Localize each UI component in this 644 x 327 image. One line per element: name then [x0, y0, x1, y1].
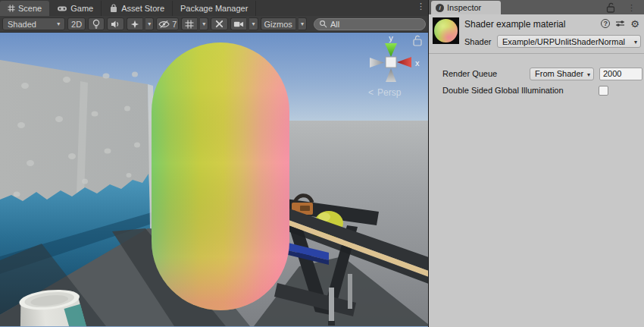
- effects-dropdown-arrow[interactable]: ▾: [145, 17, 154, 30]
- material-header: Shader example material ? ⚙ Shader Exa: [429, 14, 644, 49]
- projection-label: Persp: [377, 87, 401, 98]
- unity-editor-window: Scene Game Asset Store Package Manager ⋮: [0, 0, 644, 327]
- scene-viewport[interactable]: y x < Persp: [0, 33, 428, 327]
- chevron-down-icon: ▾: [634, 39, 637, 46]
- grid-dropdown-arrow[interactable]: ▾: [200, 17, 208, 30]
- material-properties: Render Queue From Shader ▾ Double Sided …: [429, 54, 644, 97]
- inspector-body: Shader example material ? ⚙ Shader Exa: [429, 14, 644, 327]
- camera-dropdown-arrow[interactable]: ▾: [249, 17, 258, 30]
- scene-toolbar: Shaded ▾ 2D ▾: [0, 16, 428, 33]
- chevron-left-icon: <: [368, 87, 374, 98]
- speaker-icon: [111, 20, 120, 29]
- search-input[interactable]: [330, 20, 406, 29]
- chevron-down-icon: ▾: [252, 21, 255, 27]
- scene-camera-button[interactable]: [230, 17, 247, 30]
- scene-menu-kebab-icon[interactable]: ⋮: [417, 2, 425, 11]
- axis-x-label: x: [415, 58, 420, 68]
- render-queue-mode: From Shader: [535, 69, 583, 78]
- scene-visibility-button[interactable]: 7: [156, 17, 179, 30]
- asset-store-bag-icon: [109, 4, 118, 13]
- gamepad-icon: [57, 4, 67, 13]
- material-preview[interactable]: [433, 17, 459, 44]
- shader-dropdown[interactable]: Example/URPUnlitShaderNormal ▾: [497, 35, 641, 48]
- scene-3d-render: y x: [0, 33, 428, 326]
- chevron-down-icon: ▾: [57, 21, 60, 27]
- tools-icon: [214, 19, 224, 29]
- chevron-down-icon: ▾: [148, 21, 151, 27]
- tab-asset-store-label: Asset Store: [121, 4, 164, 13]
- tab-game[interactable]: Game: [49, 1, 102, 16]
- scene-audio-button[interactable]: [107, 17, 124, 30]
- scene-grid-toggle-button[interactable]: [181, 17, 198, 30]
- render-queue-dropdown[interactable]: From Shader ▾: [530, 68, 594, 80]
- scene-panel: Scene Game Asset Store Package Manager ⋮: [0, 0, 429, 327]
- lightbulb-icon: [92, 19, 101, 29]
- chevron-down-icon: ▾: [587, 71, 590, 78]
- inspector-tabbar: i Inspector ⋮: [429, 0, 644, 14]
- scene-tools-button[interactable]: [211, 17, 228, 30]
- tab-package-manager[interactable]: Package Manager: [173, 1, 256, 16]
- tab-asset-store[interactable]: Asset Store: [102, 1, 173, 16]
- info-icon: i: [436, 4, 444, 12]
- inspector-menu-kebab-icon[interactable]: ⋮: [627, 3, 636, 13]
- presets-icon[interactable]: [615, 19, 625, 28]
- tab-package-manager-label: Package Manager: [180, 4, 248, 13]
- chevron-down-icon: ▾: [301, 21, 304, 27]
- 2d-label: 2D: [71, 20, 82, 29]
- dsgi-row: Double Sided Global Illumination: [442, 83, 644, 97]
- sparkle-fx-icon: [130, 20, 139, 29]
- shader-field-label: Shader: [464, 37, 497, 46]
- camera-icon: [233, 20, 244, 29]
- dsgi-label: Double Sided Global Illumination: [442, 86, 599, 95]
- material-name: Shader example material: [464, 17, 601, 30]
- gizmos-dropdown[interactable]: Gizmos: [261, 17, 296, 30]
- gear-icon[interactable]: ⚙: [630, 19, 639, 29]
- shader-dropdown-value: Example/URPUnlitShaderNormal: [502, 37, 625, 46]
- scene-grid-icon: [8, 5, 15, 12]
- tab-inspector[interactable]: i Inspector: [431, 1, 501, 14]
- material-preview-sphere: [434, 19, 458, 42]
- grid-icon: [185, 20, 194, 29]
- gizmos-label: Gizmos: [264, 20, 292, 29]
- draw-mode-dropdown[interactable]: Shaded ▾: [2, 17, 65, 30]
- eye-off-icon: [158, 20, 170, 29]
- scene-lighting-button[interactable]: [88, 17, 105, 30]
- help-icon[interactable]: ?: [601, 19, 610, 28]
- tab-scene[interactable]: Scene: [0, 1, 49, 16]
- tab-scene-label: Scene: [18, 4, 42, 13]
- search-icon: [319, 20, 327, 28]
- chevron-down-icon: ▾: [202, 21, 205, 27]
- projection-indicator[interactable]: < Persp: [368, 87, 401, 98]
- tab-game-label: Game: [70, 4, 93, 13]
- draw-mode-label: Shaded: [8, 20, 36, 29]
- scene-search-field[interactable]: [314, 18, 426, 30]
- tab-inspector-label: Inspector: [447, 3, 481, 12]
- axis-y-label: y: [389, 33, 393, 42]
- gizmos-dropdown-arrow[interactable]: ▾: [299, 17, 307, 30]
- capsule-mesh: [152, 42, 289, 310]
- hidden-count: 7: [172, 20, 177, 29]
- dsgi-checkbox[interactable]: [599, 86, 608, 96]
- inspector-unlocked-lock-icon[interactable]: [606, 2, 616, 13]
- gizmo-cube[interactable]: [386, 57, 396, 68]
- 2d-toggle-button[interactable]: 2D: [67, 17, 86, 30]
- render-queue-row: Render Queue From Shader ▾: [442, 67, 644, 80]
- render-queue-value-field[interactable]: [599, 68, 642, 80]
- render-queue-label: Render Queue: [442, 69, 530, 78]
- scene-tabbar: Scene Game Asset Store Package Manager ⋮: [0, 0, 428, 16]
- scene-effects-button[interactable]: [127, 17, 143, 30]
- inspector-panel: i Inspector ⋮ Shader example material: [429, 0, 644, 327]
